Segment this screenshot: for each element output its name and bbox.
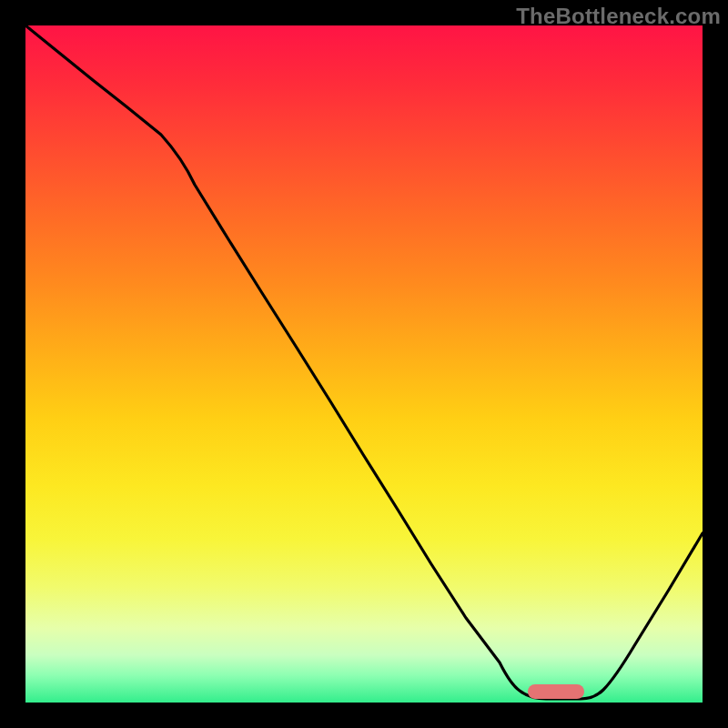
bottleneck-curve (25, 25, 703, 703)
curve-path (25, 25, 703, 699)
optimal-marker (528, 684, 584, 699)
chart-frame: TheBottleneck.com (0, 0, 728, 728)
watermark-text: TheBottleneck.com (516, 4, 721, 29)
plot-area (25, 25, 703, 703)
